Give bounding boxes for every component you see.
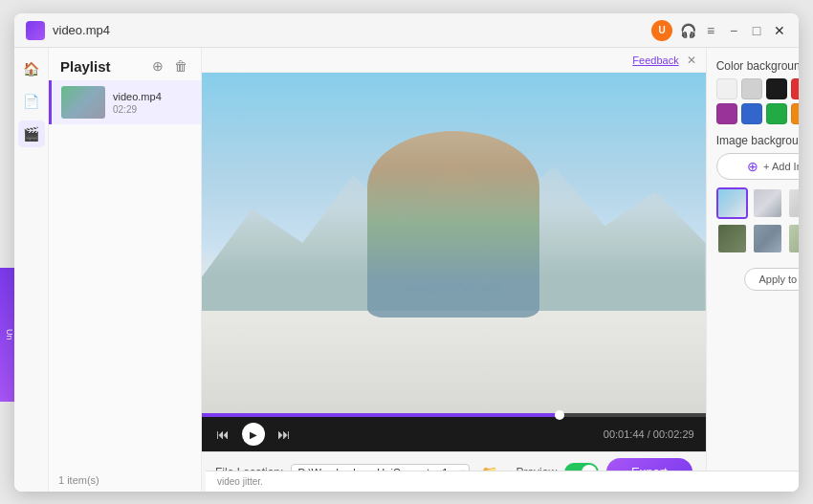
menu-icon[interactable]: ≡ [703,23,718,38]
app-icon [26,21,45,40]
feedback-bar: Feedback ✕ [202,48,706,73]
image-thumb-2[interactable] [752,187,783,219]
add-image-button[interactable]: ⊕ + Add Image [716,153,799,180]
prev-button[interactable]: ⏮ [213,425,232,444]
swatch-green[interactable] [766,103,787,124]
headphone-icon[interactable]: 🎧 [680,23,695,38]
time-display: 00:01:44 / 00:02:29 [604,428,694,440]
minimize-button[interactable]: − [726,23,741,38]
content-area: 🏠 📄 🎬 Playlist ⊕ 🗑 video.mp4 02:29 [14,48,799,492]
image-thumb-3[interactable] [787,187,799,219]
sidebar-file-icon[interactable]: 📄 [18,88,45,115]
item-count: 1 item(s) [49,469,201,492]
color-swatches [716,78,799,124]
sidebar-video-icon[interactable]: 🎬 [18,121,45,147]
main-window: video.mp4 U 🎧 ≡ − □ ✕ 🏠 📄 🎬 Playlist ⊕ 🗑 [14,13,799,492]
video-person-overlay [367,131,539,318]
feedback-close-icon[interactable]: ✕ [687,54,696,67]
thumb-inner-5 [718,225,746,252]
swatch-red[interactable] [791,78,799,99]
playlist-header: Playlist ⊕ 🗑 [49,48,201,80]
swatch-white[interactable] [716,78,737,99]
playlist-title: Playlist [60,58,111,75]
swatch-lightgray[interactable] [741,78,762,99]
playlist-actions: ⊕ 🗑 [149,57,189,75]
progress-thumb [555,410,564,420]
maximize-button[interactable]: □ [749,23,764,38]
color-bg-section: Color background: [716,59,799,124]
playlist-item-info: video.mp4 02:29 [113,91,191,115]
image-bg-title: Image background: [716,134,799,147]
playlist-thumbnail [61,86,105,119]
image-thumb-7[interactable] [787,223,799,254]
play-button[interactable]: ▶ [242,423,265,446]
thumb-inner-7 [789,225,799,252]
sidebar-home-icon[interactable]: 🏠 [18,55,45,82]
playlist-item-name: video.mp4 [113,91,191,102]
swatch-blue[interactable] [741,103,762,124]
close-button[interactable]: ✕ [772,23,787,38]
video-display: www.photo2vcn.com [202,73,706,413]
thumb-inner-1 [718,189,746,217]
image-thumb-1[interactable] [716,187,748,219]
image-bg-section: Image background: ⊕ + Add Image [716,134,799,254]
video-area: www.photo2vcn.com ⏮ ▶ ⏭ 00:01:44 / 00:02… [202,73,706,451]
thumbnail-image [61,86,105,119]
progress-fill [202,413,560,417]
playlist-panel: Playlist ⊕ 🗑 video.mp4 02:29 1 item(s) [49,48,202,492]
right-panel: Color background: Image background: [706,48,799,492]
window-controls: U 🎧 ≡ − □ ✕ [651,20,787,41]
video-column: Feedback ✕ www.photo2vcn.com ⏮ ▶ ⏭ [202,48,706,492]
progress-track[interactable] [202,413,706,417]
thumb-inner-6 [754,225,781,252]
tooltip-text: video jitter. [217,476,263,487]
feedback-link[interactable]: Feedback [632,55,678,66]
swatch-purple[interactable] [716,103,737,124]
color-bg-title: Color background: [716,59,799,73]
image-grid [716,187,799,254]
swatch-orange[interactable] [791,103,799,124]
add-image-label: + Add Image [763,161,799,172]
sidebar-icons: 🏠 📄 🎬 [14,48,49,492]
playlist-item-duration: 02:29 [113,104,191,115]
user-avatar[interactable]: U [651,20,672,41]
thumb-inner-2 [754,189,781,217]
window-title: video.mp4 [53,23,651,37]
image-thumb-5[interactable] [716,223,748,254]
apply-to-all-button[interactable]: Apply to All [744,268,799,291]
playlist-add-button[interactable]: ⊕ [149,57,166,75]
swatch-black[interactable] [766,78,787,99]
title-bar: video.mp4 U 🎧 ≡ − □ ✕ [14,13,799,48]
tooltip-bar: video jitter. [206,471,799,492]
playlist-delete-button[interactable]: 🗑 [172,57,189,75]
thumb-inner-3 [789,189,799,217]
image-thumb-6[interactable] [752,223,783,254]
playback-controls: ⏮ ▶ ⏭ 00:01:44 / 00:02:29 [202,417,706,451]
next-button[interactable]: ⏭ [275,425,294,444]
playlist-item[interactable]: video.mp4 02:29 [49,80,201,124]
plus-icon: ⊕ [747,159,758,174]
